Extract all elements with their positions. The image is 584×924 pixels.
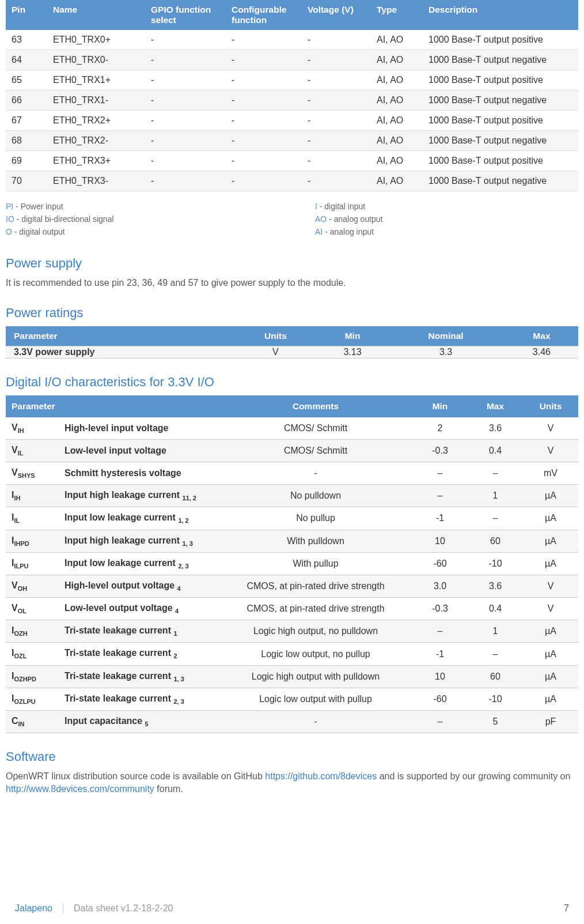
io-cell: 10 xyxy=(412,665,468,688)
io-symbol: VIH xyxy=(6,417,60,440)
table-row: VOLLow-level output voltage 4CMOS, at pi… xyxy=(6,598,578,620)
io-cell: – xyxy=(412,620,468,643)
io-symbol: IILPU xyxy=(6,552,60,575)
io-param-name: High-level output voltage 4 xyxy=(60,575,219,597)
legend-text: - digital output xyxy=(12,227,65,236)
io-param-name: Tri-state leakage current 1 xyxy=(60,620,219,643)
pins-cell: - xyxy=(302,111,371,131)
io-cell: 0.4 xyxy=(468,598,523,620)
software-post: forum. xyxy=(154,784,183,794)
software-link-community[interactable]: http://www.8devices.com/community xyxy=(6,784,154,794)
io-cell: V xyxy=(523,417,578,440)
legend-right: I - digital inputAO - analog outputAI - … xyxy=(315,198,578,240)
table-row: 67ETH0_TRX2+---AI, AO1000 Base-T output … xyxy=(6,111,578,131)
pins-cell: 68 xyxy=(6,131,47,151)
ratings-header-cell: Nominal xyxy=(386,326,505,346)
io-cell: µA xyxy=(523,530,578,552)
pins-cell: - xyxy=(226,70,302,90)
io-cell: µA xyxy=(523,507,578,530)
io-cell: -60 xyxy=(412,552,468,575)
table-row: 64ETH0_TRX0----AI, AO1000 Base-T output … xyxy=(6,50,578,70)
table-row: IOZLPUTri-state leakage current 2, 3Logi… xyxy=(6,688,578,710)
pins-cell: AI, AO xyxy=(371,90,423,111)
io-cell: No pullup xyxy=(219,507,412,530)
io-cell: Logic low output, no pullup xyxy=(219,643,412,665)
pins-cell: AI, AO xyxy=(371,171,423,191)
io-param-name: Input high leakage current 1, 3 xyxy=(60,530,219,552)
io-symbol: IOZL xyxy=(6,643,60,665)
io-param-name: High-level input voltage xyxy=(60,417,219,440)
section-power-ratings: Power ratings xyxy=(6,306,578,320)
software-body: OpenWRT linux distribution source code i… xyxy=(6,770,578,795)
table-row: 66ETH0_TRX1----AI, AO1000 Base-T output … xyxy=(6,90,578,111)
io-param-name: Tri-state leakage current 1, 3 xyxy=(60,665,219,688)
table-row: VIHHigh-level input voltageCMOS/ Schmitt… xyxy=(6,417,578,440)
pins-table-header: PinNameGPIO function selectConfigurable … xyxy=(6,0,578,30)
io-cell: 60 xyxy=(468,665,523,688)
io-cell: - xyxy=(219,711,412,733)
io-header-cell: Max xyxy=(468,395,523,417)
pins-cell: - xyxy=(302,171,371,191)
io-cell: 1 xyxy=(468,620,523,643)
io-cell: -10 xyxy=(468,688,523,710)
io-cell: µA xyxy=(523,688,578,710)
pins-cell: - xyxy=(226,90,302,111)
io-cell: With pulldown xyxy=(219,530,412,552)
section-power-supply: Power supply xyxy=(6,256,578,271)
pins-cell: - xyxy=(145,171,226,191)
pins-cell: - xyxy=(145,90,226,111)
io-cell: CMOS, at pin-rated drive strength xyxy=(219,598,412,620)
io-cell: 3.6 xyxy=(468,575,523,597)
pins-cell: - xyxy=(226,111,302,131)
legend-text: - analog output xyxy=(327,214,382,224)
pins-cell: - xyxy=(226,30,302,50)
table-row: IILPUInput low leakage current 2, 3With … xyxy=(6,552,578,575)
io-cell: V xyxy=(523,439,578,462)
table-row: VILLow-level input voltageCMOS/ Schmitt-… xyxy=(6,439,578,462)
legend-abbr: AO xyxy=(315,214,327,224)
io-cell: No pulldown xyxy=(219,485,412,507)
pins-cell: - xyxy=(145,151,226,171)
pins-cell: AI, AO xyxy=(371,70,423,90)
pins-cell: AI, AO xyxy=(371,151,423,171)
legend-abbr: AI xyxy=(315,227,323,236)
pins-cell: ETH0_TRX1- xyxy=(47,90,145,111)
io-header-cell: Min xyxy=(412,395,468,417)
io-symbol: IOZHPD xyxy=(6,665,60,688)
io-cell: V xyxy=(523,575,578,597)
legend-item: PI - Power input xyxy=(6,202,269,211)
pins-cell: 1000 Base-T output positive xyxy=(423,70,578,90)
io-cell: 5 xyxy=(468,711,523,733)
io-header-cell: Units xyxy=(523,395,578,417)
pins-cell: - xyxy=(302,151,371,171)
section-software: Software xyxy=(6,749,578,764)
pins-cell: 1000 Base-T output positive xyxy=(423,151,578,171)
pins-cell: 69 xyxy=(6,151,47,171)
software-link-github[interactable]: https://github.com/8devices xyxy=(265,771,377,781)
pins-cell: 63 xyxy=(6,30,47,50)
table-row: 68ETH0_TRX2----AI, AO1000 Base-T output … xyxy=(6,131,578,151)
io-symbol: IOZH xyxy=(6,620,60,643)
software-pre: OpenWRT linux distribution source code i… xyxy=(6,771,265,781)
io-cell: 2 xyxy=(412,417,468,440)
pins-cell: 70 xyxy=(6,171,47,191)
pins-header-cell: Configurable function xyxy=(226,0,302,30)
io-symbol: IOZLPU xyxy=(6,688,60,710)
pins-cell: - xyxy=(302,131,371,151)
legend-left: PI - Power inputIO - digital bi-directio… xyxy=(6,198,269,240)
pins-cell: 64 xyxy=(6,50,47,70)
legend-text: - digital input xyxy=(317,202,365,211)
pins-header-cell: Type xyxy=(371,0,423,30)
io-cell: 60 xyxy=(468,530,523,552)
footer-page-number: 7 xyxy=(564,903,569,914)
io-cell: µA xyxy=(523,620,578,643)
pins-header-cell: Voltage (V) xyxy=(302,0,371,30)
io-cell: Logic high output, no pulldown xyxy=(219,620,412,643)
io-cell: µA xyxy=(523,643,578,665)
pins-cell: 66 xyxy=(6,90,47,111)
io-cell: µA xyxy=(523,552,578,575)
ratings-cell: V xyxy=(233,346,318,358)
power-ratings-table: ParameterUnitsMinNominalMax 3.3V power s… xyxy=(6,326,578,359)
ratings-cell: 3.13 xyxy=(318,346,386,358)
io-param-name: Low-level output voltage 4 xyxy=(60,598,219,620)
